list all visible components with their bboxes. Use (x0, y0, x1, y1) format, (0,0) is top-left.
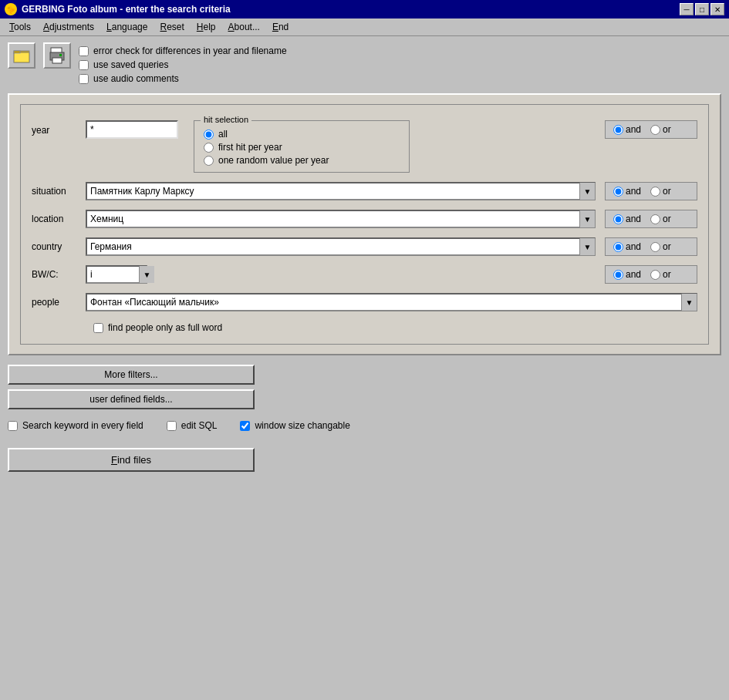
audio-comments-input[interactable] (79, 74, 89, 84)
situation-select[interactable]: Памятник Карлу Марксу (86, 182, 596, 200)
year-row: year hit selection all first hit per (32, 120, 697, 173)
toolbar: error check for differences in year and … (0, 36, 729, 90)
find-files-label: Find files (111, 454, 151, 466)
minimize-button[interactable]: ─ (680, 3, 694, 15)
country-label: country (32, 241, 86, 252)
svg-rect-2 (14, 51, 20, 53)
options-row: Search keyword in every field edit SQL w… (8, 417, 721, 434)
main-panel: year hit selection all first hit per (8, 93, 721, 355)
more-filters-button[interactable]: More filters... (8, 365, 255, 385)
radio-all-row: all (204, 129, 400, 140)
restore-button[interactable]: □ (695, 3, 709, 15)
year-or-radio[interactable] (650, 125, 660, 135)
situation-select-wrapper: Памятник Карлу Марксу ▼ (86, 182, 596, 200)
check-error: error check for differences in year and … (79, 45, 287, 56)
country-select[interactable]: Германия (86, 237, 596, 256)
country-and-label: and (613, 241, 641, 252)
hit-selection-group: hit selection all first hit per year (194, 120, 410, 173)
bwc-label: BW/C: (32, 269, 86, 280)
menu-reset[interactable]: Reset (154, 20, 190, 34)
find-files-button[interactable]: Find files (8, 448, 255, 472)
year-and-label: and (613, 124, 641, 135)
location-and-radio[interactable] (613, 214, 623, 224)
year-and-radio[interactable] (613, 125, 623, 135)
menu-about[interactable]: About... (222, 20, 266, 34)
app-icon: 🐤 (5, 3, 17, 15)
situation-and-or: and or (605, 182, 697, 200)
location-and-label: and (613, 214, 641, 224)
check-saved: use saved queries (79, 59, 287, 70)
menu-adjustments[interactable]: Adjustments (37, 20, 100, 34)
fullword-check-input[interactable] (93, 323, 103, 333)
location-or-radio[interactable] (650, 214, 660, 224)
situation-row: situation Памятник Карлу Марксу ▼ and or (32, 182, 697, 200)
situation-or-label: or (650, 186, 671, 197)
situation-and-radio[interactable] (613, 187, 623, 197)
country-or-label: or (650, 241, 671, 252)
people-select-wrapper: Фонтан «Писающий мальчик» ▼ (86, 293, 697, 311)
radio-first-hit[interactable] (204, 143, 214, 153)
bwc-or-radio[interactable] (650, 270, 660, 280)
location-or-label: or (650, 214, 671, 224)
title-bar: 🐤 GERBING Foto album - enter the search … (0, 0, 729, 19)
menu-language[interactable]: Language (100, 20, 154, 34)
year-input[interactable] (86, 120, 178, 139)
toolbar-btn-2[interactable] (43, 42, 71, 69)
people-select[interactable]: Фонтан «Писающий мальчик» (86, 293, 697, 311)
filter-section: year hit selection all first hit per (20, 104, 709, 345)
year-label: year (32, 120, 86, 136)
audio-comments-label: use audio comments (93, 73, 179, 84)
window-size-input[interactable] (240, 421, 250, 431)
search-keyword-input[interactable] (8, 421, 18, 431)
saved-queries-input[interactable] (79, 60, 89, 70)
bwc-and-radio[interactable] (613, 270, 623, 280)
country-and-radio[interactable] (613, 242, 623, 252)
error-check-input[interactable] (79, 46, 89, 56)
check-audio: use audio comments (79, 73, 287, 84)
location-select-wrapper: Хемниц ▼ (86, 210, 596, 228)
people-row: people Фонтан «Писающий мальчик» ▼ (32, 293, 697, 311)
radio-first-label: first hit per year (218, 142, 282, 153)
location-select[interactable]: Хемниц (86, 210, 596, 228)
menu-help[interactable]: Help (191, 20, 222, 34)
error-check-label: error check for differences in year and … (93, 45, 287, 56)
people-label: people (32, 297, 86, 308)
people-fullword-row: find people only as full word (32, 322, 697, 333)
svg-rect-7 (59, 54, 62, 56)
user-defined-button[interactable]: user defined fields... (8, 389, 255, 409)
edit-sql-check: edit SQL (167, 420, 218, 431)
toolbar-checkboxes: error check for differences in year and … (79, 42, 287, 84)
year-and-or: and or (605, 120, 697, 139)
location-and-or: and or (605, 210, 697, 228)
bwc-select-wrapper: i ▼ (86, 265, 155, 284)
location-label: location (32, 214, 86, 224)
hit-selection-legend: hit selection (201, 115, 251, 124)
window-size-label: window size changable (255, 420, 349, 431)
radio-first-row: first hit per year (204, 142, 400, 153)
bottom-buttons: More filters... user defined fields... (8, 365, 721, 409)
country-row: country Германия ▼ and or (32, 237, 697, 256)
svg-rect-3 (15, 53, 29, 62)
bwc-and-or: and or (605, 265, 697, 284)
toolbar-btn-1[interactable] (8, 42, 35, 69)
bwc-or-label: or (650, 269, 671, 280)
radio-random[interactable] (204, 156, 214, 166)
menu-bar: Tools Adjustments Language Reset Help Ab… (0, 19, 729, 36)
country-or-radio[interactable] (650, 242, 660, 252)
menu-tools[interactable]: Tools (3, 20, 37, 34)
title-buttons: ─ □ ✕ (680, 3, 724, 15)
country-and-or: and or (605, 237, 697, 256)
radio-all[interactable] (204, 130, 214, 140)
situation-or-radio[interactable] (650, 187, 660, 197)
radio-all-label: all (218, 129, 228, 140)
search-keyword-label: Search keyword in every field (22, 420, 143, 431)
menu-end[interactable]: End (266, 20, 295, 34)
situation-and-label: and (613, 186, 641, 197)
radio-random-row: one random value per year (204, 155, 400, 166)
radio-random-label: one random value per year (218, 155, 329, 166)
close-button[interactable]: ✕ (710, 3, 724, 15)
edit-sql-input[interactable] (167, 421, 177, 431)
bwc-select[interactable]: i (86, 265, 147, 284)
bwc-row: BW/C: i ▼ and or (32, 265, 697, 284)
window-title: GERBING Foto album - enter the search cr… (22, 4, 231, 15)
